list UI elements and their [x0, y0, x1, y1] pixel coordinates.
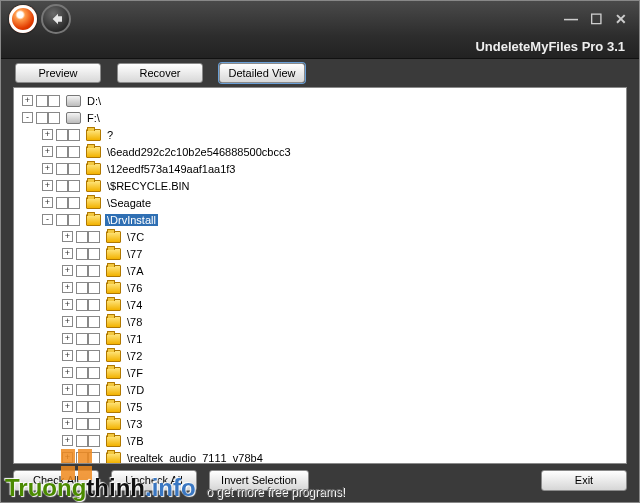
checkbox[interactable] — [76, 384, 88, 396]
expand-icon[interactable]: + — [62, 231, 73, 242]
expand-icon[interactable]: + — [62, 367, 73, 378]
expand-icon[interactable]: + — [62, 384, 73, 395]
collapse-icon[interactable]: - — [22, 112, 33, 123]
tree-node-label[interactable]: \77 — [125, 248, 144, 260]
checkbox[interactable] — [56, 197, 68, 209]
tree-node-label[interactable]: ? — [105, 129, 115, 141]
checkbox[interactable] — [56, 180, 68, 192]
tree-node[interactable]: +\realtek_audio_7111_v78b4 — [16, 449, 624, 464]
checkbox[interactable] — [56, 163, 68, 175]
expand-icon[interactable]: + — [62, 333, 73, 344]
checkbox[interactable] — [36, 112, 48, 124]
expand-icon[interactable]: + — [22, 95, 33, 106]
expand-icon[interactable]: + — [42, 197, 53, 208]
tree-node[interactable]: +\73 — [16, 415, 624, 432]
checkbox[interactable] — [76, 452, 88, 464]
tree-node-label[interactable]: \$RECYCLE.BIN — [105, 180, 192, 192]
checkbox[interactable] — [48, 112, 60, 124]
expand-icon[interactable]: + — [62, 265, 73, 276]
expand-icon[interactable]: + — [62, 248, 73, 259]
tree-node-label[interactable]: F:\ — [85, 112, 102, 124]
tree-node[interactable]: +\7B — [16, 432, 624, 449]
uncheck-all-button[interactable]: Uncheck All — [111, 470, 197, 491]
tree-node-label[interactable]: \7D — [125, 384, 146, 396]
tree-node[interactable]: +\7A — [16, 262, 624, 279]
tree-node-label[interactable]: \7F — [125, 367, 145, 379]
tree-node[interactable]: +\75 — [16, 398, 624, 415]
checkbox[interactable] — [88, 248, 100, 260]
checkbox[interactable] — [68, 163, 80, 175]
tree-node-label[interactable]: \6eadd292c2c10b2e546888500cbcc3 — [105, 146, 293, 158]
checkbox[interactable] — [68, 146, 80, 158]
back-button[interactable] — [41, 4, 71, 34]
checkbox[interactable] — [88, 333, 100, 345]
expand-icon[interactable]: + — [42, 146, 53, 157]
exit-button[interactable]: Exit — [541, 470, 627, 491]
tree-node-label[interactable]: \72 — [125, 350, 144, 362]
checkbox[interactable] — [56, 146, 68, 158]
tree-node[interactable]: +\71 — [16, 330, 624, 347]
checkbox[interactable] — [76, 401, 88, 413]
checkbox[interactable] — [88, 418, 100, 430]
checkbox[interactable] — [76, 316, 88, 328]
tree-node[interactable]: +\$RECYCLE.BIN — [16, 177, 624, 194]
tree-node-label[interactable]: \Seagate — [105, 197, 153, 209]
tab-recover[interactable]: Recover — [117, 63, 203, 83]
checkbox[interactable] — [88, 265, 100, 277]
tree-node-label[interactable]: \76 — [125, 282, 144, 294]
tree-node-label[interactable]: \realtek_audio_7111_v78b4 — [125, 452, 265, 464]
tree-node-label[interactable]: \78 — [125, 316, 144, 328]
checkbox[interactable] — [76, 333, 88, 345]
tree-node[interactable]: +\12eedf573a149aaf1aa1f3 — [16, 160, 624, 177]
checkbox[interactable] — [88, 350, 100, 362]
expand-icon[interactable]: + — [42, 163, 53, 174]
expand-icon[interactable]: + — [42, 129, 53, 140]
tree-node[interactable]: +\7F — [16, 364, 624, 381]
checkbox[interactable] — [68, 180, 80, 192]
expand-icon[interactable]: + — [62, 282, 73, 293]
tab-detailed-view[interactable]: Detailed View — [219, 63, 305, 83]
tree-node-label[interactable]: \12eedf573a149aaf1aa1f3 — [105, 163, 237, 175]
checkbox[interactable] — [88, 316, 100, 328]
checkbox[interactable] — [88, 452, 100, 464]
tree-node[interactable]: +\76 — [16, 279, 624, 296]
tree-node[interactable]: +? — [16, 126, 624, 143]
tree-node-label[interactable]: D:\ — [85, 95, 103, 107]
checkbox[interactable] — [48, 95, 60, 107]
checkbox[interactable] — [68, 197, 80, 209]
expand-icon[interactable]: + — [62, 401, 73, 412]
checkbox[interactable] — [76, 435, 88, 447]
expand-icon[interactable]: + — [62, 316, 73, 327]
checkbox[interactable] — [76, 265, 88, 277]
tree-node[interactable]: -F:\ — [16, 109, 624, 126]
tree-node[interactable]: +\78 — [16, 313, 624, 330]
checkbox[interactable] — [88, 384, 100, 396]
tree-node-label[interactable]: \7B — [125, 435, 146, 447]
checkbox[interactable] — [76, 299, 88, 311]
checkbox[interactable] — [76, 418, 88, 430]
expand-icon[interactable]: + — [62, 435, 73, 446]
checkbox[interactable] — [56, 129, 68, 141]
tab-preview[interactable]: Preview — [15, 63, 101, 83]
expand-icon[interactable]: + — [62, 452, 73, 463]
tree-node-label[interactable]: \7C — [125, 231, 146, 243]
collapse-icon[interactable]: - — [42, 214, 53, 225]
checkbox[interactable] — [36, 95, 48, 107]
minimize-button[interactable]: — — [564, 11, 578, 27]
file-tree[interactable]: +D:\-F:\+?+\6eadd292c2c10b2e546888500cbc… — [16, 92, 624, 464]
checkbox[interactable] — [76, 367, 88, 379]
checkbox[interactable] — [88, 401, 100, 413]
checkbox[interactable] — [76, 350, 88, 362]
tree-node-label[interactable]: \75 — [125, 401, 144, 413]
checkbox[interactable] — [76, 231, 88, 243]
checkbox[interactable] — [76, 282, 88, 294]
tree-node[interactable]: +\72 — [16, 347, 624, 364]
expand-icon[interactable]: + — [62, 350, 73, 361]
tree-node-label[interactable]: \7A — [125, 265, 146, 277]
tree-node-label[interactable]: \74 — [125, 299, 144, 311]
checkbox[interactable] — [56, 214, 68, 226]
checkbox[interactable] — [88, 367, 100, 379]
checkbox[interactable] — [88, 435, 100, 447]
tree-node[interactable]: -\DrvInstall — [16, 211, 624, 228]
checkbox[interactable] — [68, 214, 80, 226]
